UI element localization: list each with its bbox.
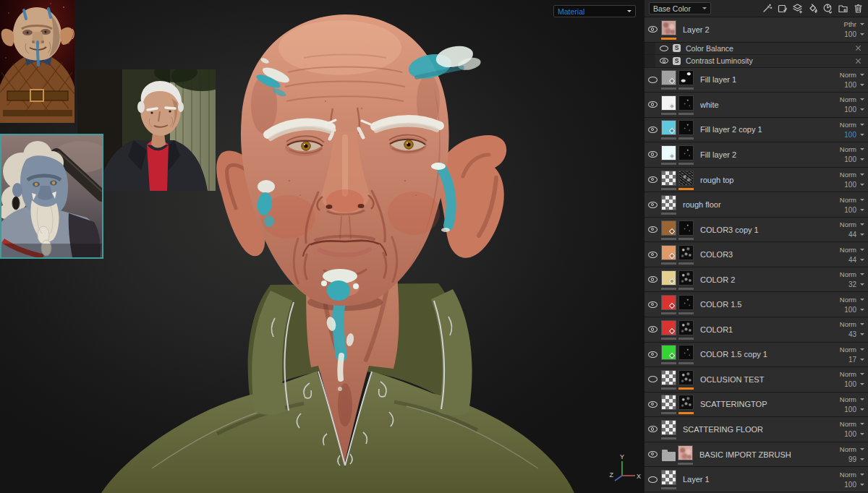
opacity-dropdown[interactable]: 32 [848,280,864,288]
channel-dropdown[interactable]: Base Color [649,2,711,14]
blend-mode-dropdown[interactable]: Norm [840,445,864,453]
visibility-eye-icon[interactable] [644,326,661,333]
transform-stamp-icon[interactable] [776,2,788,14]
opacity-dropdown[interactable]: 99 [848,455,864,463]
layer-row[interactable]: COLOR3 copy 1 Norm 44 [644,218,868,243]
layer-thumbnail[interactable] [661,220,676,236]
blend-mode-dropdown[interactable]: Norm [840,395,864,403]
opacity-dropdown[interactable]: 17 [848,356,864,364]
viewport-3d[interactable]: Material Y X Z [0,0,644,493]
layer-thumbnail[interactable] [661,20,676,35]
remove-effect-icon[interactable] [855,45,861,51]
layer-row[interactable]: OCLUSION TEST Norm 100 [644,367,868,393]
effect-row[interactable]: Contrast Luminosity [644,55,868,68]
visibility-eye-icon[interactable] [644,401,661,408]
blend-mode-dropdown[interactable]: Norm [840,121,864,129]
opacity-dropdown[interactable]: 44 [848,256,864,264]
blend-mode-dropdown[interactable]: Norm [840,370,864,378]
mask-thumbnail[interactable] [678,70,694,85]
blend-mode-dropdown[interactable]: Norm [840,246,864,254]
mask-thumbnail[interactable] [678,370,694,385]
add-effect-wand-icon[interactable] [761,2,773,14]
visibility-eye-icon[interactable] [660,46,668,51]
visibility-eye-icon[interactable] [644,301,661,308]
opacity-dropdown[interactable]: 100 [844,306,864,314]
visibility-eye-icon[interactable] [644,351,661,358]
layer-thumbnail[interactable] [661,95,676,111]
add-fill-layer-icon[interactable] [807,2,819,14]
add-folder-icon[interactable] [837,2,849,14]
layer-row[interactable]: COLOR 1.5 Norm 100 [644,292,868,317]
layer-thumbnail[interactable] [678,445,693,460]
visibility-eye-icon[interactable] [644,426,661,432]
layer-thumbnail[interactable] [661,370,676,385]
blend-mode-dropdown[interactable]: Norm [840,71,864,79]
opacity-dropdown[interactable]: 100 [844,155,864,163]
layer-thumbnail[interactable] [661,420,676,435]
layer-thumbnail[interactable] [661,171,676,186]
blend-mode-dropdown[interactable]: Norm [840,346,864,353]
viewport-shader-dropdown[interactable]: Material [553,5,636,17]
layer-row[interactable]: white Norm 100 [644,93,868,118]
layer-row[interactable]: SCATTERINGTOP Norm 100 [644,393,868,418]
layer-thumbnail[interactable] [661,195,676,210]
mask-thumbnail[interactable] [678,345,694,360]
layer-row[interactable]: Fill layer 2 copy 1 Norm 100 [644,118,868,143]
layer-row[interactable]: COLOR3 Norm 44 [644,242,868,267]
visibility-eye-icon[interactable] [644,77,661,83]
layer-row[interactable]: Layer 1 Norm 100 [644,467,868,492]
blend-mode-dropdown[interactable]: Norm [840,196,864,204]
blend-mode-dropdown[interactable]: Norm [840,171,864,179]
visibility-eye-icon[interactable] [644,226,661,233]
opacity-dropdown[interactable]: 43 [848,330,864,338]
visibility-eye-icon[interactable] [644,151,661,158]
character-head[interactable] [216,14,506,306]
add-layer-icon[interactable] [791,2,804,14]
blend-mode-dropdown[interactable]: Norm [840,320,864,328]
layer-thumbnail[interactable] [661,295,676,310]
blend-mode-dropdown[interactable]: Norm [840,420,864,428]
visibility-eye-icon[interactable] [644,176,661,183]
layer-thumbnail[interactable] [661,320,676,335]
opacity-dropdown[interactable]: 100 [844,430,864,438]
visibility-eye-icon[interactable] [644,202,661,208]
mask-thumbnail[interactable] [678,220,694,236]
layer-thumbnail[interactable] [661,145,676,160]
opacity-dropdown[interactable]: 100 [844,81,864,89]
mask-thumbnail[interactable] [678,171,694,186]
effect-row[interactable]: Color Balance [644,43,868,56]
blend-mode-dropdown[interactable]: Norm [840,270,864,278]
mask-thumbnail[interactable] [678,120,694,135]
visibility-eye-icon[interactable] [644,101,661,108]
layer-row[interactable]: COLOR 1.5 copy 1 Norm 17 [644,343,868,368]
layer-thumbnail[interactable] [661,270,676,286]
reference-image-troll[interactable] [0,134,103,259]
opacity-dropdown[interactable]: 44 [848,231,864,239]
layer-row[interactable]: Fill layer 1 Norm 100 [644,68,868,93]
mask-thumbnail[interactable] [678,295,694,310]
mask-thumbnail[interactable] [678,95,694,111]
remove-effect-icon[interactable] [855,58,861,64]
visibility-eye-icon[interactable] [644,476,661,483]
layer-row[interactable]: Fill layer 2 Norm 100 [644,142,868,168]
layer-thumbnail[interactable] [661,70,676,85]
add-smart-material-icon[interactable] [822,2,834,14]
mask-thumbnail[interactable] [678,270,694,286]
opacity-dropdown[interactable]: 100 [844,106,864,113]
group-folder-icon[interactable] [662,452,676,461]
opacity-dropdown[interactable]: 100 [844,406,864,413]
visibility-eye-icon[interactable] [644,451,661,458]
mask-thumbnail[interactable] [678,245,694,260]
layer-row[interactable]: COLOR 2 Norm 32 [644,267,868,293]
layer-row[interactable]: rough top Norm 100 [644,168,868,193]
visibility-eye-icon[interactable] [644,276,661,283]
visibility-eye-icon[interactable] [660,58,668,64]
opacity-dropdown[interactable]: 100 [844,131,864,139]
layer-thumbnail[interactable] [661,395,676,410]
opacity-dropdown[interactable]: 100 [844,481,864,489]
opacity-dropdown[interactable]: 100 [844,30,864,38]
opacity-dropdown[interactable]: 100 [844,380,864,388]
mask-thumbnail[interactable] [678,395,694,410]
layer-thumbnail[interactable] [661,345,676,360]
blend-mode-dropdown[interactable]: Norm [840,220,864,228]
